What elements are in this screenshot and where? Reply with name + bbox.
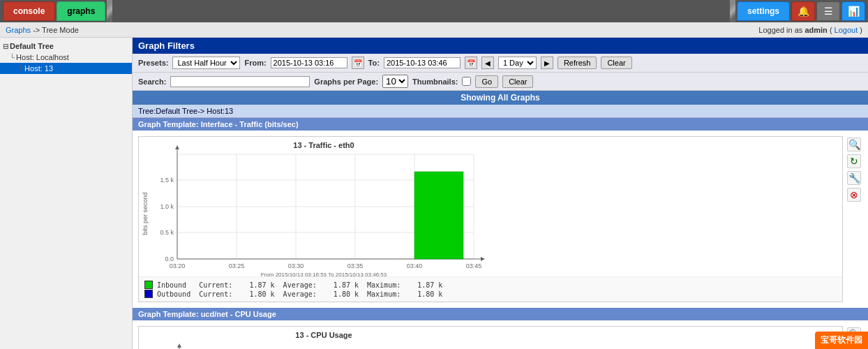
showing-text: Showing All Graphs [461,93,540,103]
cpu-y-arrow [177,343,181,348]
traffic-chart-svg: 13 - Traffic - eth0 bits per second [139,137,509,276]
nav-left: console graphs [3,0,114,22]
next-arrow[interactable]: ▶ [541,57,553,69]
ylabel-05k: 0.5 k [160,229,174,236]
auth-info: Logged in as admin ( Logout ) [758,26,862,34]
watermark: 宝哥软件园 [815,332,868,349]
graph-template-traffic-bar: Graph Template: Interface - Traffic (bit… [133,118,868,131]
to-calendar-icon[interactable]: 📅 [465,57,477,69]
cpu-chart-title: 13 - CPU Usage [295,331,352,339]
sidebar: ⊟ Default Tree └ Host: Localhost └ Host:… [0,38,133,349]
xlabel-0335: 03:35 [347,262,364,269]
prev-arrow[interactable]: ◀ [481,57,494,69]
xlabel-0345: 03:45 [466,262,482,269]
thumbnails-label: Thumbnails: [412,77,458,86]
breadcrumb-separator: -> [33,26,42,34]
tree-host-text: Tree:Default Tree-> Host:13 [138,107,233,115]
xlabel-0330: 03:30 [288,262,304,269]
to-input[interactable] [384,57,461,68]
legend-inbound-text: Inbound Current: 1.87 k Average: 1.87 k … [157,281,442,289]
graph-filters-title: Graph Filters [138,40,195,51]
settings-tab[interactable]: settings [737,1,790,21]
tree-branch-icon: └ [10,54,15,61]
breadcrumb: Graphs -> Tree Mode [6,26,79,34]
ylabel-1k: 1.0 k [160,203,174,210]
list-icon-btn[interactable]: ☰ [816,1,840,21]
top-nav: console graphs settings 🔔 ☰ 📊 [0,0,868,22]
breadcrumb-current: Tree Mode [42,26,79,34]
logout-link[interactable]: Logout [835,26,858,34]
nav-right: settings 🔔 ☰ 📊 [730,0,865,22]
main-layout: ⊟ Default Tree └ Host: Localhost └ Host:… [0,38,868,349]
logged-in-text: Logged in as [758,26,805,34]
sidebar-host-13[interactable]: └ Host: 13 [0,63,132,74]
tree-root-icon: ⊟ [3,43,8,50]
cpu-graph-container: 13 - CPU Usage 1.0 🔍 ℹ [133,320,868,349]
legend-outbound-color [144,290,153,298]
graph-template-traffic-label: Graph Template: Interface - Traffic (bit… [138,120,299,128]
breadcrumb-bar: Graphs -> Tree Mode Logged in as admin (… [0,22,868,38]
cpu-chart-svg: 13 - CPU Usage 1.0 [139,327,509,349]
console-tab[interactable]: console [3,1,55,21]
chart-icon-btn[interactable]: 📊 [841,1,865,21]
chart-from-to: From 2015/10/13 03:16:53 To 2015/10/13 0… [261,272,387,276]
from-label: From: [244,59,266,67]
refresh-button[interactable]: Refresh [558,57,597,69]
traffic-graph-tools: 🔍 ↻ 🔧 ⊗ [846,136,862,203]
legend-outbound-row: Outbound Current: 1.80 k Average: 1.80 k… [144,290,837,298]
sidebar-tree-root-label: Default Tree [10,42,54,50]
settings-graph-icon[interactable]: 🔧 [847,171,861,185]
auth-username: admin [805,26,827,34]
graph-template-cpu-label: Graph Template: ucd/net - CPU Usage [138,310,276,318]
graph-template-cpu-bar: Graph Template: ucd/net - CPU Usage [133,308,868,320]
xlabel-0325: 03:25 [229,262,245,269]
bell-icon-btn[interactable]: 🔔 [791,1,815,21]
search-label: Search: [138,77,166,86]
legend-inbound-row: Inbound Current: 1.87 k Average: 1.87 k … [144,281,837,289]
clear-button[interactable]: Clear [601,57,631,69]
legend-inbound-color [144,281,153,289]
traffic-legend: Inbound Current: 1.87 k Average: 1.87 k … [139,276,842,302]
breadcrumb-graphs-link[interactable]: Graphs [6,26,31,34]
clear2-button[interactable]: Clear [502,75,533,88]
graphs-tab[interactable]: graphs [57,1,105,21]
zoom-icon[interactable]: 🔍 [847,138,861,151]
traffic-bar [414,172,463,259]
xlabel-0340: 03:40 [407,262,423,269]
legend-outbound-text: Outbound Current: 1.80 k Average: 1.80 k… [157,290,442,298]
period-select[interactable]: 1 Day [498,57,537,69]
graph-filters-header: Graph Filters [133,38,868,54]
graphs-per-page-label: Graphs per Page: [314,77,378,86]
auth-paren-close: ) [860,26,862,34]
ylabel-0: 0.0 [165,255,174,262]
presets-label: Presets: [138,59,168,67]
traffic-graph-container: 13 - Traffic - eth0 bits per second [133,131,868,308]
go-button[interactable]: Go [475,75,498,88]
to-label: To: [368,59,380,67]
sidebar-host-13-label: Host: 13 [24,64,53,73]
sidebar-host-localhost-label: Host: Localhost [16,53,69,61]
presets-select[interactable]: Last Half Hour [172,57,240,69]
x-axis-arrow [481,257,485,261]
graphs-per-page-select[interactable]: 10 [382,75,408,88]
filters-row: Presets: Last Half Hour From: 📅 To: 📅 ◀ … [133,54,868,73]
y-axis-arrow [175,145,179,149]
delete-graph-icon[interactable]: ⊗ [847,188,861,202]
refresh-graph-icon[interactable]: ↻ [847,154,861,168]
content-area: Graph Filters Presets: Last Half Hour Fr… [133,38,868,349]
from-input[interactable] [271,57,347,68]
xlabel-0320: 03:20 [170,262,186,269]
thumbnails-checkbox[interactable] [462,77,471,86]
from-calendar-icon[interactable]: 📅 [352,57,364,69]
tree-host-bar: Tree:Default Tree-> Host:13 [133,105,868,118]
chart-ylabel: bits per second [142,192,149,235]
sidebar-host-localhost[interactable]: └ Host: Localhost [0,52,132,63]
search-row: Search: Graphs per Page: 10 Thumbnails: … [133,73,868,91]
cpu-graph-wrapper: 13 - CPU Usage 1.0 [138,326,843,349]
search-input[interactable] [170,76,310,87]
nav-divider-right [730,0,735,22]
ylabel-15k: 1.5 k [160,177,174,184]
traffic-graph-wrapper: 13 - Traffic - eth0 bits per second [138,136,843,302]
sidebar-tree-root[interactable]: ⊟ Default Tree [0,40,132,52]
showing-bar: Showing All Graphs [133,91,868,105]
